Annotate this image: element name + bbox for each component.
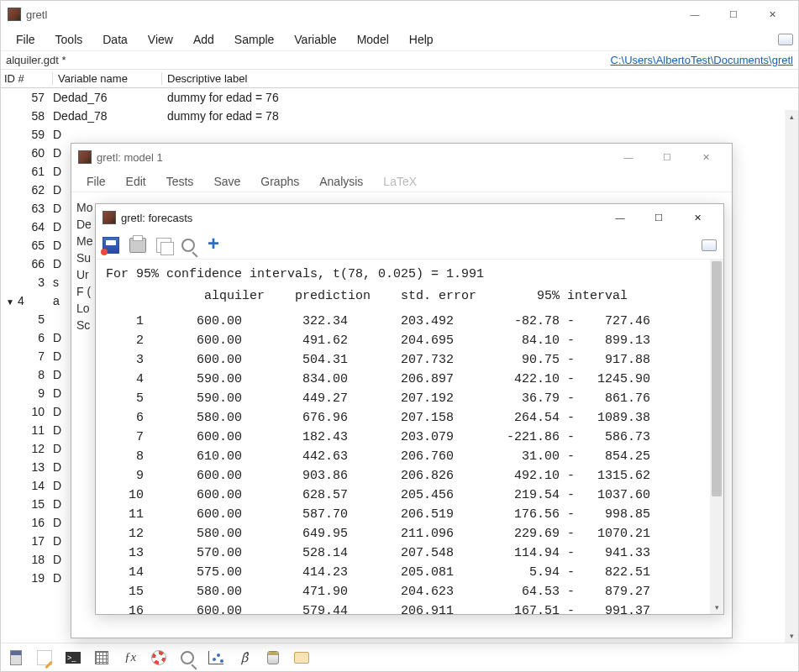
model-menubar: File Edit Tests Save Graphs Analysis LaT… (71, 171, 732, 192)
model-close-button[interactable]: ✕ (686, 144, 725, 170)
menu-model[interactable]: Model (347, 29, 399, 50)
model-menu-latex: LaTeX (373, 173, 427, 190)
forecast-close-button[interactable]: ✕ (678, 205, 717, 230)
table-row[interactable]: 59D (1, 125, 798, 144)
cell-description: dummy for edad = 76 (162, 91, 798, 104)
cell-id: 58 (1, 109, 53, 123)
table-row[interactable]: 57Dedad_76dummy for edad = 76 (1, 88, 798, 107)
forecast-data-row: 7 600.00 182.43 203.079 -221.86 - 586.73 (96, 428, 723, 447)
menu-tools[interactable]: Tools (45, 29, 93, 50)
table-row[interactable]: 58Dedad_78dummy for edad = 78 (1, 107, 798, 125)
forecast-content: For 95% confidence intervals, t(78, 0.02… (96, 260, 723, 614)
cell-id: 18 (1, 553, 53, 566)
menu-variable[interactable]: Variable (284, 29, 346, 50)
app-title: gretl (26, 8, 675, 21)
cell-variable: D (53, 128, 162, 141)
forecast-window: gretl: forecasts — ☐ ✕ + For 95% confide… (95, 203, 724, 615)
app-icon (8, 8, 21, 21)
close-button[interactable]: ✕ (753, 2, 791, 27)
forecast-minimize-button[interactable]: — (601, 205, 639, 230)
cell-id: 59 (1, 128, 53, 141)
forecast-title: gretl: forecasts (121, 212, 601, 224)
menu-view[interactable]: View (138, 29, 183, 50)
cell-id: 62 (1, 183, 53, 197)
model-menu-file[interactable]: File (76, 173, 116, 190)
cell-id: 4 (1, 294, 53, 307)
model-title: gretl: model 1 (97, 151, 609, 164)
model-minimize-button[interactable]: — (609, 144, 648, 170)
scroll-down-arrow[interactable]: ▾ (785, 629, 798, 643)
forecast-data-row: 13 570.00 528.14 207.548 114.94 - 941.33 (96, 543, 723, 563)
forecast-data-row: 3 600.00 504.31 207.732 90.75 - 917.88 (96, 350, 723, 370)
main-titlebar[interactable]: gretl — ☐ ✕ (1, 1, 798, 28)
scroll-thumb[interactable] (712, 261, 722, 496)
app-icon (78, 150, 92, 164)
forecast-scrollbar[interactable]: ▴ ▾ (710, 260, 723, 614)
maximize-button[interactable]: ☐ (714, 2, 753, 27)
model-titlebar[interactable]: gretl: model 1 — ☐ ✕ (71, 144, 732, 171)
cell-id: 60 (1, 146, 53, 160)
cell-id: 66 (1, 257, 53, 270)
windows-icon[interactable] (778, 34, 793, 45)
main-scrollbar[interactable]: ▴ ▾ (785, 110, 798, 643)
database-icon[interactable] (265, 649, 281, 666)
forecast-data-row: 5 590.00 449.27 207.192 36.79 - 861.76 (96, 389, 723, 408)
col-descriptive-label[interactable]: Descriptive label (162, 72, 798, 85)
scroll-down-arrow[interactable]: ▾ (710, 601, 723, 614)
cell-id: 16 (1, 516, 53, 529)
scatter-icon[interactable] (208, 649, 224, 666)
cell-description: dummy for edad = 78 (162, 109, 798, 123)
forecast-data-row: 15 580.00 471.90 204.623 64.53 - 879.27 (96, 582, 723, 601)
plus-icon[interactable]: + (205, 237, 222, 254)
variable-table-header: ID # Variable name Descriptive label (1, 70, 798, 88)
forecast-data-row: 11 600.00 587.70 206.519 176.56 - 998.85 (96, 505, 723, 524)
lifebuoy-icon[interactable] (150, 649, 167, 666)
print-icon[interactable] (129, 238, 146, 253)
model-maximize-button[interactable]: ☐ (648, 144, 686, 170)
fx-icon[interactable]: ƒx (122, 649, 139, 666)
cell-id: 12 (1, 442, 53, 455)
beta-hat-icon[interactable]: β̂ (236, 649, 253, 666)
forecast-data-row: 6 580.00 676.96 207.158 264.54 - 1089.38 (96, 408, 723, 428)
cell-id: 15 (1, 497, 53, 511)
cell-id: 3 (1, 276, 53, 289)
calculator-icon[interactable] (8, 649, 24, 666)
menu-file[interactable]: File (6, 29, 45, 50)
forecast-rows: 1 600.00 322.34 203.492 -82.78 - 727.46 … (96, 312, 723, 614)
dataset-name: alquiler.gdt * (6, 54, 611, 66)
folder-icon[interactable] (293, 649, 310, 666)
bottom-toolbar: >_ ƒx β̂ (1, 643, 798, 671)
cell-id: 13 (1, 460, 53, 474)
cell-variable: Dedad_76 (53, 91, 162, 104)
cell-id: 6 (1, 331, 53, 344)
menu-sample[interactable]: Sample (224, 29, 284, 50)
col-variable-name[interactable]: Variable name (53, 72, 162, 85)
cell-id: 61 (1, 165, 53, 178)
menu-help[interactable]: Help (399, 29, 444, 50)
grid-icon[interactable] (93, 649, 110, 666)
menu-data[interactable]: Data (92, 29, 138, 50)
zoom-icon[interactable] (181, 239, 195, 252)
menu-add[interactable]: Add (183, 29, 224, 50)
model-menu-tests[interactable]: Tests (156, 173, 204, 190)
forecast-data-row: 2 600.00 491.62 204.695 84.10 - 899.13 (96, 331, 723, 350)
forecast-data-row: 4 590.00 834.00 206.897 422.10 - 1245.90 (96, 370, 723, 389)
scroll-up-arrow[interactable]: ▴ (785, 110, 798, 123)
cell-id: 5 (1, 312, 53, 326)
forecast-maximize-button[interactable]: ☐ (639, 205, 678, 230)
forecast-titlebar[interactable]: gretl: forecasts — ☐ ✕ (96, 204, 723, 231)
minimize-button[interactable]: — (675, 2, 714, 27)
model-menu-graphs[interactable]: Graphs (250, 173, 309, 190)
forecast-data-row: 14 575.00 414.23 205.081 5.94 - 822.51 (96, 563, 723, 582)
model-menu-save[interactable]: Save (203, 173, 250, 190)
model-menu-analysis[interactable]: Analysis (309, 173, 373, 190)
dataset-path[interactable]: C:\Users\AlbertoTest\Documents\gretl (611, 54, 793, 66)
edit-icon[interactable] (36, 649, 53, 666)
copy-icon[interactable] (156, 238, 171, 253)
windows-icon[interactable] (702, 239, 717, 251)
terminal-icon[interactable]: >_ (65, 649, 81, 666)
col-id[interactable]: ID # (1, 72, 53, 85)
save-icon[interactable] (103, 237, 119, 254)
model-menu-edit[interactable]: Edit (116, 173, 156, 190)
zoom-icon[interactable] (179, 649, 196, 666)
